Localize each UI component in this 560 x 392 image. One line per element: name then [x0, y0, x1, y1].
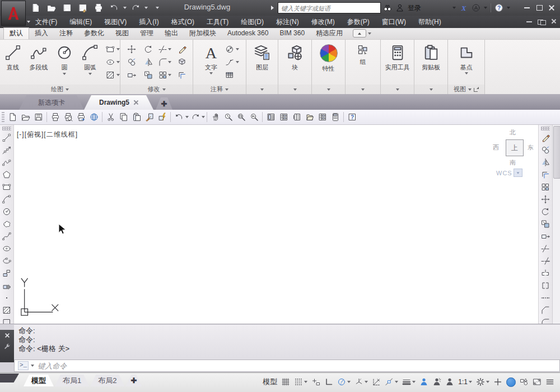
- tb-zoom-previous-button[interactable]: [248, 111, 260, 123]
- vm-move-button[interactable]: [539, 193, 552, 206]
- toolbar-grip[interactable]: [2, 112, 4, 122]
- move-button[interactable]: [127, 45, 136, 54]
- grid-display-toggle[interactable]: [281, 377, 290, 386]
- properties-panel-title[interactable]: [312, 85, 345, 94]
- tb-sheetset-button[interactable]: [303, 111, 316, 123]
- properties-button[interactable]: 特性: [316, 41, 341, 83]
- object-snap-tracking-toggle[interactable]: [372, 377, 381, 386]
- qat-new-button[interactable]: [29, 2, 43, 14]
- fillet-button[interactable]: [158, 58, 171, 67]
- offset-button[interactable]: [178, 71, 186, 80]
- vm-rotate-button[interactable]: [539, 206, 552, 218]
- annotation-scale-button[interactable]: [445, 377, 454, 386]
- vt-line-button[interactable]: [1, 132, 13, 144]
- table-button[interactable]: [225, 69, 239, 81]
- doc-minimize-button[interactable]: [523, 17, 535, 27]
- sign-in-label[interactable]: 登录: [408, 3, 421, 13]
- ribbon-tab-autodesk360[interactable]: Autodesk 360: [222, 28, 274, 39]
- vt-ellipse-button[interactable]: [1, 242, 13, 255]
- menu-edit[interactable]: 编辑(E): [63, 16, 98, 28]
- vm-extend-button[interactable]: [539, 255, 552, 267]
- qat-save-button[interactable]: [60, 2, 74, 14]
- vm-erase-button[interactable]: [539, 132, 552, 144]
- qat-redo-button[interactable]: [129, 2, 142, 14]
- annotation-monitor-toggle[interactable]: [493, 377, 502, 386]
- annotation-autoscale-toggle[interactable]: [432, 377, 441, 386]
- comm-dropdown-arrow-icon[interactable]: [484, 7, 487, 9]
- trim-button[interactable]: [158, 45, 171, 54]
- snap-dropdown-arrow-icon[interactable]: [304, 381, 307, 383]
- tb-matchprops-button[interactable]: [143, 111, 156, 123]
- block-panel-title[interactable]: [278, 85, 311, 94]
- signin-dropdown-arrow-icon[interactable]: [452, 7, 456, 9]
- help-search-input[interactable]: [278, 3, 386, 13]
- isolate-objects-button[interactable]: [520, 377, 529, 386]
- polar-tracking-toggle[interactable]: [337, 377, 351, 386]
- customization-menu-button[interactable]: [545, 377, 554, 386]
- annotation-visibility-toggle[interactable]: [419, 377, 428, 386]
- qat-open-button[interactable]: [45, 2, 58, 14]
- view-panel-launcher-icon[interactable]: [474, 87, 479, 92]
- line-button[interactable]: 直线: [1, 41, 26, 83]
- undo-dropdown-arrow-icon[interactable]: [123, 7, 127, 9]
- tb-blockeditor-button[interactable]: [156, 111, 169, 123]
- tb-redo-button[interactable]: [189, 111, 202, 123]
- vm-trim-button[interactable]: [539, 242, 552, 255]
- vt-make-block-button[interactable]: [1, 279, 13, 292]
- dimension-button[interactable]: [225, 44, 239, 55]
- help-icon[interactable]: [494, 3, 503, 12]
- file-tab-close-icon[interactable]: [134, 100, 138, 105]
- command-history[interactable]: 命令: 命令: 命令: <栅格 关>: [14, 325, 560, 360]
- scale-dropdown-arrow-icon[interactable]: [469, 381, 472, 383]
- snap-mode-toggle[interactable]: [294, 377, 307, 386]
- layers-button[interactable]: 图层: [250, 41, 275, 83]
- stretch-button[interactable]: [127, 71, 136, 80]
- new-layout-button[interactable]: ✚: [125, 375, 142, 386]
- exchange-apps-icon[interactable]: [459, 3, 468, 12]
- new-drawing-tab-button[interactable]: ✚: [156, 97, 172, 110]
- viewcube-north-label[interactable]: 北: [510, 128, 516, 137]
- minimize-button[interactable]: [521, 3, 533, 13]
- vm-scale-button[interactable]: [539, 218, 552, 230]
- tb-save-button[interactable]: [32, 111, 45, 123]
- hardware-acceleration-toggle[interactable]: [506, 377, 516, 387]
- app-menu-button[interactable]: [1, 1, 26, 26]
- scrollbar-thumb[interactable]: [553, 126, 560, 179]
- vt-insert-block-button[interactable]: [1, 267, 13, 279]
- file-tab-new[interactable]: 新选项卡: [19, 95, 84, 110]
- ribbon-tab-parametric[interactable]: 参数化: [78, 28, 110, 39]
- command-close-icon[interactable]: [5, 333, 10, 338]
- ribbon-tab-insert[interactable]: 插入: [29, 28, 54, 39]
- iso-dropdown-arrow-icon[interactable]: [365, 381, 368, 383]
- qat-plot-button[interactable]: [92, 2, 105, 14]
- vt-xline-button[interactable]: [1, 144, 13, 156]
- object-snap-toggle[interactable]: [385, 377, 398, 386]
- tb-designcenter-button[interactable]: [277, 111, 290, 123]
- menu-parametric[interactable]: 参数(P): [341, 16, 376, 28]
- search-expand-arrow-icon[interactable]: [271, 6, 274, 10]
- menu-file[interactable]: 文件(F): [29, 16, 63, 28]
- close-button[interactable]: [545, 3, 558, 13]
- annotation-scale-value[interactable]: 1:1: [458, 378, 472, 386]
- vm-array-button[interactable]: [539, 181, 552, 193]
- draw-panel-title[interactable]: 绘图: [0, 85, 120, 94]
- circle-button[interactable]: 圆: [52, 41, 77, 83]
- clipboard-panel-title[interactable]: [414, 85, 447, 94]
- vt-point-button[interactable]: [1, 292, 13, 304]
- vt-ellipse-arc-button[interactable]: [1, 255, 13, 267]
- help-dropdown-arrow-icon[interactable]: [507, 7, 510, 9]
- ribbon-tab-addins[interactable]: 附加模块: [184, 28, 222, 39]
- infer-constraints-toggle[interactable]: [311, 377, 320, 386]
- redo-dropdown-arrow-icon[interactable]: [144, 7, 148, 9]
- vm-copy-button[interactable]: [539, 144, 552, 156]
- vt-polygon-button[interactable]: [1, 169, 13, 181]
- tb-3ddwf-button[interactable]: [87, 111, 100, 123]
- clean-screen-button[interactable]: [533, 377, 542, 386]
- leader-button[interactable]: [225, 57, 239, 68]
- viewcube-west-label[interactable]: 西: [493, 143, 499, 152]
- search-binoculars-icon[interactable]: [383, 3, 392, 12]
- vm-offset-button[interactable]: [539, 169, 552, 181]
- command-input[interactable]: [36, 361, 559, 371]
- copy-button[interactable]: [127, 58, 136, 67]
- mirror-button[interactable]: [144, 58, 153, 67]
